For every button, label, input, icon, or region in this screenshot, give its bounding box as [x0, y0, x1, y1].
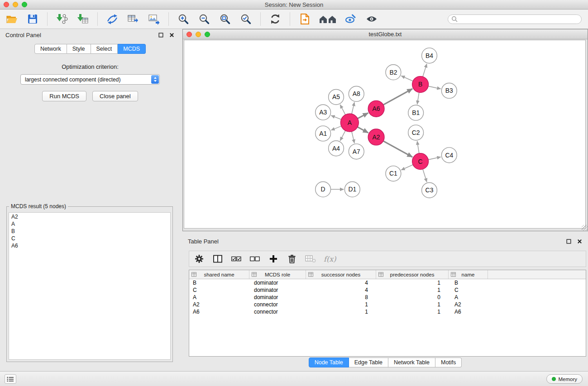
edge-B-B1[interactable] — [417, 92, 419, 104]
add-column-button[interactable] — [268, 253, 279, 264]
node-C1[interactable]: C1 — [386, 166, 401, 181]
close-panel-action-button[interactable]: Close panel — [92, 91, 138, 101]
node-A3[interactable]: A3 — [316, 105, 331, 120]
network-graph[interactable]: AA6A2BCA5A8A3A1A4A7B4B2B3B1C2C4C1C3DD1 — [184, 40, 585, 228]
column-header[interactable]: shared name — [189, 270, 249, 279]
node-C3[interactable]: C3 — [422, 182, 437, 198]
table-row[interactable]: C dominator 4 1 C — [189, 286, 586, 294]
close-panel-button[interactable] — [168, 32, 175, 38]
edge-A6-B[interactable] — [383, 89, 412, 105]
edge-A-A6[interactable] — [358, 113, 368, 119]
table-settings-button[interactable] — [194, 253, 205, 264]
edge-A-A1[interactable] — [331, 126, 341, 130]
node-B2[interactable]: B2 — [386, 65, 401, 80]
session-document-button[interactable] — [297, 12, 312, 26]
edge-A-A4[interactable] — [340, 131, 345, 141]
edge-B-B3[interactable] — [428, 86, 441, 89]
save-session-button[interactable] — [25, 12, 40, 26]
node-A4[interactable]: A4 — [329, 141, 344, 156]
edge-A-A2[interactable] — [358, 127, 368, 133]
control-panel-tab[interactable]: MCDS — [118, 44, 146, 54]
table-row[interactable]: A dominator 8 0 A — [189, 294, 586, 301]
edge-A-A7[interactable] — [352, 132, 354, 143]
node-B3[interactable]: B3 — [441, 83, 457, 99]
memory-button[interactable]: Memory — [546, 374, 583, 384]
node-D1[interactable]: D1 — [344, 181, 360, 197]
zoom-in-button[interactable] — [176, 12, 191, 26]
node-A8[interactable]: A8 — [349, 86, 364, 102]
edge-A-A8[interactable] — [352, 102, 354, 114]
node-A1[interactable]: A1 — [316, 126, 331, 141]
column-header[interactable]: predecessor nodes — [376, 270, 449, 279]
show-columns-button[interactable] — [212, 253, 223, 264]
float-panel-button[interactable] — [158, 32, 164, 38]
table-row[interactable]: A2 connector 1 1 A2 — [189, 301, 586, 308]
edge-A-A5[interactable] — [340, 105, 345, 114]
resize-grip[interactable] — [582, 225, 588, 231]
node-C[interactable]: C — [412, 153, 429, 170]
home-button[interactable] — [318, 12, 337, 26]
table-tab[interactable]: Motifs — [435, 357, 462, 367]
edge-B-B2[interactable] — [401, 76, 413, 81]
mcds-result-item[interactable]: B — [9, 228, 170, 235]
node-B1[interactable]: B1 — [408, 105, 424, 120]
search-box[interactable] — [448, 14, 582, 24]
control-panel-tab[interactable]: Select — [91, 44, 118, 54]
zoom-out-button[interactable] — [197, 12, 211, 26]
import-network-button[interactable] — [55, 12, 69, 26]
node-B[interactable]: B — [412, 76, 429, 93]
control-panel-tab[interactable]: Style — [67, 44, 91, 54]
export-image-button[interactable] — [147, 12, 161, 26]
table-close-panel-button[interactable] — [576, 238, 583, 244]
node-A[interactable]: A — [340, 114, 359, 132]
select-all-button[interactable] — [231, 253, 242, 264]
table-tab[interactable]: Edge Table — [349, 357, 388, 367]
edge-C-C4[interactable] — [428, 157, 441, 160]
mcds-result-item[interactable]: A6 — [9, 242, 170, 249]
network-canvas[interactable]: AA6A2BCA5A8A3A1A4A7B4B2B3B1C2C4C1C3DD1 — [184, 40, 586, 229]
export-network-button[interactable] — [105, 12, 120, 26]
edge-C-C3[interactable] — [423, 169, 427, 182]
node-A5[interactable]: A5 — [329, 89, 344, 105]
delete-button[interactable] — [287, 253, 297, 264]
mcds-result-item[interactable]: C — [9, 235, 170, 242]
graphics-details-button[interactable] — [344, 12, 358, 26]
deselect-all-button[interactable] — [249, 253, 260, 264]
edge-A-A3[interactable] — [331, 115, 341, 119]
node-C2[interactable]: C2 — [408, 125, 424, 140]
node-A7[interactable]: A7 — [349, 144, 364, 159]
table-tab[interactable]: Network Table — [388, 357, 435, 367]
mcds-result-item[interactable]: A2 — [9, 213, 170, 220]
run-mcds-button[interactable]: Run MCDS — [42, 91, 86, 101]
node-A2[interactable]: A2 — [368, 129, 384, 145]
edge-B-B4[interactable] — [423, 64, 427, 77]
zoom-fit-button[interactable] — [218, 12, 232, 26]
export-table-button[interactable] — [126, 12, 140, 26]
apply-layout-button[interactable] — [268, 12, 282, 26]
mcds-result-item[interactable]: A — [9, 220, 170, 228]
edge-A2-C[interactable] — [383, 141, 412, 157]
criterion-dropdown[interactable]: largest connected component (directed) — [20, 74, 160, 85]
edge-C-C2[interactable] — [417, 141, 419, 153]
import-table-button[interactable] — [76, 12, 90, 26]
node-D[interactable]: D — [316, 181, 331, 197]
table-float-panel-button[interactable] — [565, 238, 572, 244]
column-header[interactable]: successor nodes — [306, 270, 376, 279]
column-header[interactable]: MCDS role — [249, 270, 306, 279]
table-row[interactable]: A6 connector 1 1 A6 — [189, 308, 586, 315]
node-table[interactable]: shared name MCDS role successor nodes — [189, 270, 586, 357]
table-row[interactable]: B dominator 4 1 B — [189, 279, 586, 286]
node-C4[interactable]: C4 — [441, 148, 457, 163]
search-input[interactable] — [459, 16, 578, 22]
edge-C-C1[interactable] — [401, 165, 413, 170]
node-A6[interactable]: A6 — [368, 100, 384, 117]
show-hide-button[interactable] — [364, 12, 379, 26]
delete-table-button[interactable] — [305, 253, 316, 264]
open-session-button[interactable] — [5, 12, 19, 26]
node-B4[interactable]: B4 — [422, 48, 437, 63]
network-window-titlebar[interactable]: testGlobe.txt — [183, 29, 588, 39]
function-builder-button[interactable]: f(x) — [324, 253, 336, 264]
panel-menu-button[interactable] — [5, 374, 16, 384]
column-header[interactable]: name — [449, 270, 488, 279]
control-panel-tab[interactable]: Network — [34, 44, 67, 54]
